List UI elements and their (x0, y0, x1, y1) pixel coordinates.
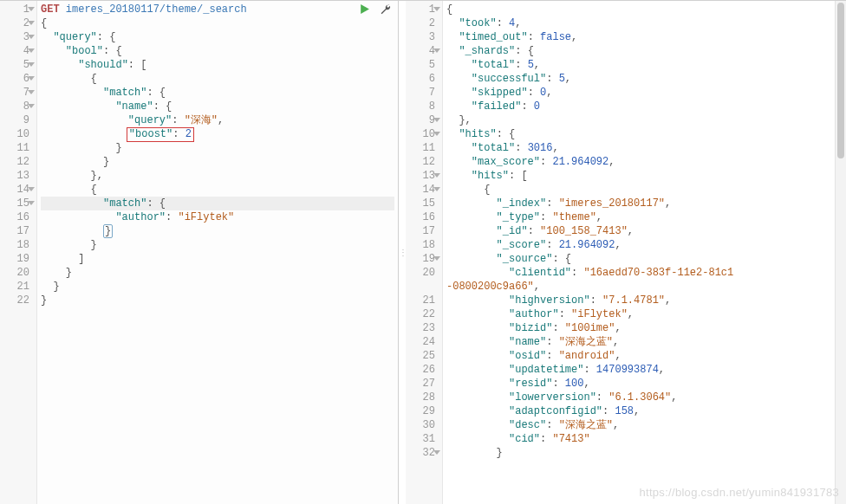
code-line[interactable]: { (41, 16, 394, 30)
code-line-wrap[interactable]: -0800200c9a66", (446, 280, 843, 294)
code-line[interactable]: "_source": { (446, 252, 843, 266)
code-line[interactable]: "match": { (41, 86, 394, 100)
line-number: 32 (411, 446, 435, 460)
code-line[interactable]: { (446, 3, 843, 16)
code-line[interactable]: "max_score": 21.964092, (446, 155, 843, 169)
line-number: 3 (5, 30, 29, 44)
code-line[interactable]: { (446, 183, 843, 197)
code-line[interactable]: "cid": "7413" (446, 432, 843, 446)
request-editor[interactable]: 12345678910111213141516171819202122 GET … (0, 1, 398, 504)
code-line[interactable]: "_shards": { (446, 44, 843, 58)
line-number: 27 (411, 377, 435, 391)
code-line[interactable]: "name": { (41, 100, 394, 113)
line-number: 14 (411, 183, 435, 197)
code-line[interactable]: "author": "iFlytek", (446, 307, 843, 321)
request-actions (356, 3, 393, 15)
line-number: 31 (411, 432, 435, 446)
line-number: 7 (5, 86, 29, 100)
response-editor[interactable]: 1234567891011121314151617181920212223242… (406, 1, 846, 504)
response-scrollbar[interactable] (835, 1, 846, 504)
code-line[interactable]: "name": "深海之蓝", (446, 335, 843, 349)
code-line[interactable]: "author": "iFlytek" (41, 210, 394, 224)
request-linenumbers: 12345678910111213141516171819202122 (0, 1, 37, 504)
split-container: 12345678910111213141516171819202122 GET … (0, 0, 846, 504)
line-number: 10 (411, 127, 435, 141)
run-icon[interactable] (358, 3, 370, 15)
response-linenumbers: 1234567891011121314151617181920212223242… (406, 1, 443, 504)
line-number: 7 (411, 86, 435, 100)
code-line[interactable]: GET imeres_20180117/theme/_search (41, 3, 394, 16)
pane-resize-handle[interactable]: ⋮ (399, 1, 406, 504)
line-number: 8 (5, 100, 29, 113)
code-line[interactable]: "timed_out": false, (446, 30, 843, 44)
code-line[interactable]: }, (446, 113, 843, 127)
line-number: 4 (411, 44, 435, 58)
response-code[interactable]: { "took": 4, "timed_out": false, "_shard… (443, 1, 846, 504)
code-line[interactable]: "total": 3016, (446, 141, 843, 155)
code-line[interactable]: "updatetime": 1470993874, (446, 363, 843, 377)
code-line[interactable]: } (41, 224, 394, 238)
code-line[interactable]: "_id": "100_158_7413", (446, 224, 843, 238)
line-number: 6 (411, 72, 435, 86)
line-number: 20 (411, 266, 435, 280)
code-line[interactable]: } (41, 155, 394, 169)
code-line[interactable]: "skipped": 0, (446, 86, 843, 100)
code-line[interactable]: ] (41, 252, 394, 266)
line-number: 5 (5, 58, 29, 72)
line-number: 9 (411, 113, 435, 127)
code-line[interactable]: "match": { (41, 197, 394, 210)
code-line[interactable]: "highversion": "7.1.4781", (446, 294, 843, 307)
line-number: 28 (411, 391, 435, 404)
request-code[interactable]: GET imeres_20180117/theme/_search{ "quer… (37, 1, 398, 504)
line-number: 6 (5, 72, 29, 86)
code-line[interactable]: } (41, 294, 394, 307)
line-number: 15 (411, 197, 435, 210)
line-number: 13 (411, 169, 435, 183)
code-line[interactable]: { (41, 183, 394, 197)
code-line[interactable]: "should": [ (41, 58, 394, 72)
line-number: 17 (5, 224, 29, 238)
code-line[interactable]: "osid": "android", (446, 349, 843, 363)
code-line[interactable]: "hits": [ (446, 169, 843, 183)
line-number (411, 280, 435, 294)
code-line[interactable]: "boost": 2 (41, 127, 394, 141)
code-line[interactable]: "clientid": "16aedd70-383f-11e2-81c1 (446, 266, 843, 280)
code-line[interactable]: "_score": 21.964092, (446, 238, 843, 252)
code-line[interactable]: } (446, 446, 843, 460)
code-line[interactable]: "hits": { (446, 127, 843, 141)
code-line[interactable]: "successful": 5, (446, 72, 843, 86)
code-line[interactable]: }, (41, 169, 394, 183)
line-number: 22 (5, 294, 29, 307)
line-number: 16 (5, 210, 29, 224)
line-number: 8 (411, 100, 435, 113)
code-line[interactable]: "took": 4, (446, 16, 843, 30)
line-number: 3 (411, 30, 435, 44)
line-number: 12 (411, 155, 435, 169)
line-number: 4 (5, 44, 29, 58)
wrench-icon[interactable] (379, 3, 391, 15)
code-line[interactable]: "_type": "theme", (446, 210, 843, 224)
code-line[interactable]: "query": "深海", (41, 113, 394, 127)
code-line[interactable]: "query": { (41, 30, 394, 44)
scrollbar-thumb[interactable] (837, 3, 844, 158)
line-number: 25 (411, 349, 435, 363)
code-line[interactable]: "lowerversion": "6.1.3064", (446, 391, 843, 404)
line-number: 11 (411, 141, 435, 155)
code-line[interactable]: } (41, 141, 394, 155)
code-line[interactable]: "failed": 0 (446, 100, 843, 113)
code-line[interactable]: { (41, 72, 394, 86)
code-line[interactable]: } (41, 238, 394, 252)
code-line[interactable]: "bool": { (41, 44, 394, 58)
code-line[interactable]: "_index": "imeres_20180117", (446, 197, 843, 210)
line-number: 14 (5, 183, 29, 197)
line-number: 1 (411, 3, 435, 16)
code-line[interactable]: "resid": 100, (446, 377, 843, 391)
code-line[interactable]: "adaptconfigid": 158, (446, 404, 843, 418)
response-pane: 1234567891011121314151617181920212223242… (406, 1, 846, 504)
line-number: 19 (5, 252, 29, 266)
code-line[interactable]: "total": 5, (446, 58, 843, 72)
code-line[interactable]: "bizid": "100ime", (446, 321, 843, 335)
code-line[interactable]: } (41, 266, 394, 280)
code-line[interactable]: "desc": "深海之蓝", (446, 418, 843, 432)
code-line[interactable]: } (41, 280, 394, 294)
